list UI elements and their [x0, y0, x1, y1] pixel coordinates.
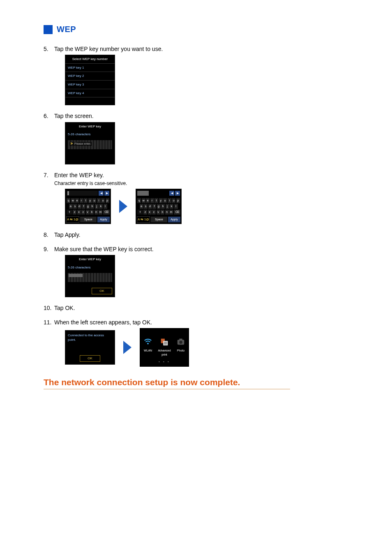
svg-point-5 — [179, 341, 182, 344]
keyboard-key[interactable]: d — [148, 204, 152, 209]
keyboard-key[interactable]: q — [67, 198, 70, 203]
keyboard-key[interactable]: v — [157, 210, 160, 215]
keyboard-space[interactable]: Space — [80, 217, 97, 222]
keyboard-key[interactable]: y — [88, 198, 92, 203]
keyboard-key[interactable]: d — [78, 204, 81, 209]
keyboard-key[interactable]: b — [90, 210, 94, 215]
ok-button[interactable]: OK — [92, 288, 112, 294]
keyboard-input[interactable] — [67, 191, 98, 196]
keyboard-key[interactable]: o — [172, 198, 175, 203]
keyboard-key[interactable]: ⌫ — [174, 210, 180, 215]
keyboard-key[interactable]: ⇧ — [137, 210, 143, 215]
select-wep-key-screen: Select WEP key number WEP key 1 WEP key … — [65, 55, 115, 105]
wep-key-option[interactable]: WEP key 3 — [65, 80, 115, 89]
enter-wep-key-screen-confirm: Enter WEP key 5-26 characters OK — [65, 255, 115, 297]
keyboard-apply-button[interactable]: Apply — [97, 217, 110, 222]
wep-key-option[interactable]: WEP key 4 — [65, 89, 115, 97]
enter-wep-title: Enter WEP key — [65, 123, 115, 131]
home-photo[interactable]: Photo — [173, 337, 188, 353]
cursor-left-icon[interactable]: ◀ — [99, 191, 104, 196]
keyboard-key[interactable]: k — [170, 204, 173, 209]
home-wlan[interactable]: WLAN — [141, 337, 155, 353]
keyboard-key[interactable]: n — [165, 210, 169, 215]
keyboard-key[interactable]: f — [152, 204, 156, 209]
keyboard-key[interactable]: e — [146, 198, 150, 203]
keyboard-key[interactable]: x — [148, 210, 152, 215]
keyboard-key[interactable]: i — [97, 198, 101, 203]
keyboard-mode-toggle[interactable]: A ⇆ 1@ — [137, 216, 150, 223]
keyboard-key[interactable]: x — [77, 210, 81, 215]
keyboard-key[interactable]: y — [159, 198, 163, 203]
cursor-left-icon[interactable]: ◀ — [169, 191, 174, 196]
keyboard-key[interactable]: j — [95, 204, 99, 209]
step-8-text: Tap Apply. — [54, 231, 81, 238]
keyboard-key[interactable]: l — [174, 204, 178, 209]
keyboard-key[interactable]: m — [99, 210, 102, 215]
step-7: Enter the WEP key. Character entry is ca… — [44, 171, 359, 224]
step-list: Tap the WEP key number you want to use. … — [44, 45, 359, 367]
keyboard-key[interactable]: g — [86, 204, 90, 209]
keyboard-key[interactable]: f — [82, 204, 85, 209]
home-advanced-print[interactable]: Advanced print — [157, 337, 172, 357]
keyboard-key[interactable]: n — [95, 210, 98, 215]
cursor-right-icon[interactable]: ▶ — [104, 191, 109, 196]
keyboard-key[interactable]: u — [163, 198, 167, 203]
keyboard-key[interactable]: m — [169, 210, 173, 215]
cursor-right-icon[interactable]: ▶ — [175, 191, 180, 196]
wep-key-input[interactable] — [68, 273, 112, 282]
wep-key-placeholder: Please enter. — [69, 142, 92, 146]
keyboard-key[interactable]: z — [143, 210, 147, 215]
keyboard-key[interactable]: o — [101, 198, 105, 203]
section-heading: WEP — [44, 25, 359, 34]
keyboard-key[interactable]: q — [137, 198, 141, 203]
keyboard-key[interactable]: p — [106, 198, 109, 203]
keyboard-key[interactable]: t — [84, 198, 88, 203]
svg-point-0 — [147, 343, 149, 345]
keyboard-key[interactable]: a — [140, 204, 143, 209]
keyboard-key[interactable]: h — [90, 204, 94, 209]
keyboard-key[interactable]: e — [75, 198, 79, 203]
step-6: Tap the screen. Enter WEP key 5-26 chara… — [44, 112, 359, 164]
step-7-text: Enter the WEP key. — [54, 172, 104, 178]
keyboard-key[interactable]: r — [80, 198, 83, 203]
keyboard-key[interactable]: w — [142, 198, 145, 203]
char-count-hint: 5-26 characters — [68, 265, 112, 270]
keyboard-key[interactable]: l — [104, 204, 107, 209]
step-9-text: Make sure that the WEP key is correct. — [54, 246, 154, 252]
keyboard-key[interactable]: ⌫ — [103, 210, 110, 215]
keyboard-key[interactable]: u — [92, 198, 96, 203]
photo-icon — [176, 337, 186, 347]
keyboard-input[interactable] — [137, 191, 168, 196]
keyboard-key[interactable]: b — [161, 210, 164, 215]
home-screen: WLAN Advanced print Photo — [140, 328, 189, 367]
keyboard-key[interactable]: a — [69, 204, 73, 209]
wlan-icon — [143, 337, 153, 347]
keyboard-key[interactable]: z — [73, 210, 76, 215]
keyboard-key[interactable]: h — [161, 204, 165, 209]
wep-key-input[interactable]: Please enter. — [68, 140, 112, 149]
keyboard-key[interactable]: t — [154, 198, 158, 203]
keyboard-key[interactable]: r — [150, 198, 154, 203]
keyboard-key[interactable]: c — [152, 210, 156, 215]
keyboard-apply-button[interactable]: Apply — [168, 217, 180, 222]
keyboard-mode-toggle[interactable]: A ⇆ 1@ — [66, 216, 79, 223]
wep-key-option[interactable]: WEP key 2 — [65, 72, 115, 80]
keyboard-key[interactable]: v — [86, 210, 90, 215]
keyboard-key[interactable]: c — [81, 210, 85, 215]
keyboard-key[interactable]: k — [99, 204, 103, 209]
keyboard-key[interactable]: s — [73, 204, 77, 209]
keyboard-key[interactable]: s — [144, 204, 148, 209]
keyboard-key[interactable]: i — [168, 198, 171, 203]
ok-button[interactable]: OK — [80, 355, 100, 362]
svg-rect-6 — [179, 339, 182, 340]
char-count-hint: 5-26 characters — [68, 132, 112, 137]
keyboard-key[interactable]: p — [176, 198, 180, 203]
keyboard-key[interactable]: g — [157, 204, 161, 209]
keyboard-space[interactable]: Space — [151, 217, 167, 222]
keyboard-key[interactable]: j — [166, 204, 169, 209]
select-wep-key-title: Select WEP key number — [65, 55, 115, 63]
keyboard-key[interactable]: ⇧ — [67, 210, 72, 215]
keyboard-key[interactable]: w — [71, 198, 75, 203]
transition-arrow-icon — [122, 340, 132, 355]
wep-key-option[interactable]: WEP key 1 — [65, 63, 115, 72]
